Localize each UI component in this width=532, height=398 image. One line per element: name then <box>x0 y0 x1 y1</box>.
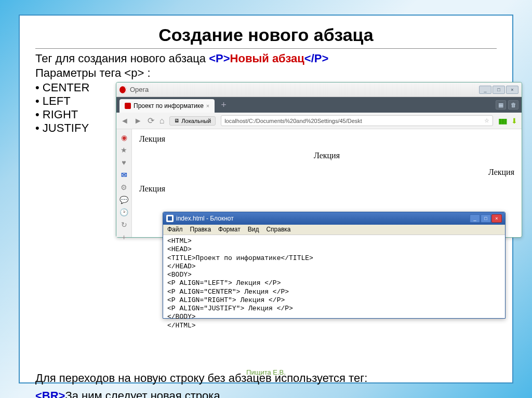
intro-line: Тег для создания нового абзаца <P>Новый … <box>35 52 497 65</box>
np-minimize-button[interactable]: _ <box>470 214 480 223</box>
tab-label: Проект по информатике <box>134 102 204 109</box>
sidebar-gear-icon[interactable]: ⚙ <box>119 183 129 191</box>
menu-help[interactable]: Справка <box>266 226 290 234</box>
sidebar-heart-icon[interactable]: ♥ <box>119 158 129 167</box>
sidebar-mail-icon[interactable]: ✉ <box>119 171 129 179</box>
slide-container: Создание нового абзаца Тег для создания … <box>19 15 513 383</box>
trash-button[interactable]: 🗑 <box>508 100 518 109</box>
menu-view[interactable]: Вид <box>248 226 259 234</box>
address-mode-label[interactable]: Локальный <box>169 116 216 126</box>
params-label: Параметры тега <p> : <box>35 66 497 80</box>
opera-window-controls: _ □ × <box>479 86 518 94</box>
tab-close-icon[interactable]: × <box>206 103 209 109</box>
notepad-icon <box>166 215 174 222</box>
tab-favicon-icon <box>125 103 131 109</box>
minimize-button[interactable]: _ <box>479 86 491 94</box>
signal-icon[interactable]: ▮▮▮ <box>498 117 506 125</box>
home-button[interactable]: ⌂ <box>159 116 165 126</box>
sidebar-star-icon[interactable]: ★ <box>119 146 129 154</box>
notepad-title: index.html - Блокнот <box>176 215 234 222</box>
p-open-tag: <P> <box>209 52 230 65</box>
paragraph-justify: Лекция <box>139 184 514 194</box>
download-icon[interactable]: ⬇ <box>511 117 517 125</box>
url-text: localhost/C:/Documents%20and%20Settings/… <box>224 118 362 124</box>
active-tab[interactable]: Проект по информатике × <box>119 99 215 113</box>
new-tab-button[interactable]: + <box>217 100 231 111</box>
np-maximize-button[interactable]: □ <box>481 214 491 223</box>
maximize-button[interactable]: □ <box>493 86 505 94</box>
opera-toolbar: ◄ ► ⟳ ⌂ Локальный localhost/C:/Documents… <box>116 113 522 129</box>
sidebar-clock-icon[interactable]: 🕑 <box>119 208 129 216</box>
notepad-window: index.html - Блокнот _ □ × Файл Правка Ф… <box>163 212 506 319</box>
opera-tab-bar: Проект по информатике × + ▦ 🗑 <box>116 97 522 113</box>
opera-logo-icon <box>119 86 127 93</box>
menu-file[interactable]: Файл <box>167 226 183 234</box>
p-tag-text: Новый абзац <box>230 52 304 65</box>
back-button[interactable]: ◄ <box>121 116 129 126</box>
author-name: Пищита Е.В. <box>20 368 512 376</box>
forward-button[interactable]: ► <box>134 116 142 126</box>
menu-format[interactable]: Формат <box>218 226 241 234</box>
paragraph-right: Лекция <box>139 168 514 177</box>
paragraph-left: Лекция <box>139 134 514 144</box>
opera-app-title: Opera <box>130 86 476 93</box>
sidebar-opera-icon[interactable]: ◉ <box>119 133 129 142</box>
address-bar[interactable]: localhost/C:/Documents%20and%20Settings/… <box>221 115 493 126</box>
bookmark-star-icon[interactable]: ☆ <box>484 117 489 124</box>
notepad-menu-bar: Файл Правка Формат Вид Справка <box>163 225 505 235</box>
notepad-titlebar[interactable]: index.html - Блокнот _ □ × <box>163 212 505 225</box>
footer-line2: <BR>За ним следует новая строка <box>35 389 497 398</box>
close-button[interactable]: × <box>506 86 518 94</box>
sidebar-refresh-icon[interactable]: ↻ <box>119 221 129 229</box>
opera-sidebar: ◉ ★ ♥ ✉ ⚙ 💬 🕑 ↻ + <box>116 129 132 237</box>
opera-titlebar[interactable]: Opera _ □ × <box>116 83 522 97</box>
panel-button[interactable]: ▦ <box>496 100 506 109</box>
sidebar-chat-icon[interactable]: 💬 <box>119 196 129 204</box>
paragraph-center: Лекция <box>139 151 514 160</box>
br-tag: <BR> <box>35 389 65 398</box>
notepad-content[interactable]: <HTML> <HEAD> <TITLE>Проект по информати… <box>163 235 505 332</box>
np-close-button[interactable]: × <box>491 214 502 223</box>
p-close-tag: </P> <box>304 52 328 65</box>
sidebar-plus-icon[interactable]: + <box>119 233 129 241</box>
menu-edit[interactable]: Правка <box>190 226 211 234</box>
intro-pre: Тег для создания нового абзаца <box>35 52 209 65</box>
footer-after: За ним следует новая строка <box>65 389 220 398</box>
slide-title: Создание нового абзаца <box>35 25 497 49</box>
reload-button[interactable]: ⟳ <box>148 116 154 126</box>
